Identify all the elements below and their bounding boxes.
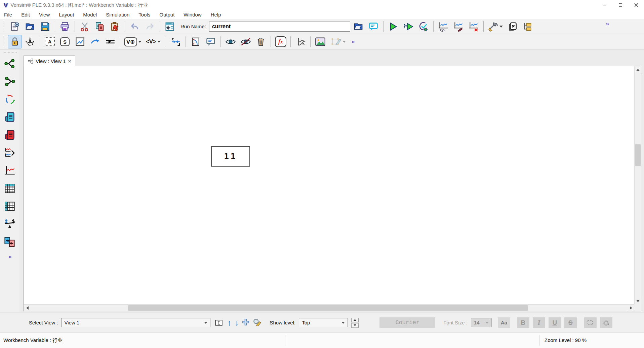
run-comment-button[interactable] bbox=[366, 20, 380, 33]
equation-tool-button[interactable]: fx bbox=[274, 35, 288, 48]
menu-layout[interactable]: Layout bbox=[59, 12, 74, 18]
case-button[interactable]: Aa bbox=[498, 317, 510, 328]
menu-view[interactable]: View bbox=[39, 12, 50, 18]
spinner-up-button[interactable] bbox=[351, 318, 359, 322]
print-button[interactable] bbox=[58, 20, 72, 33]
lock-tool-button[interactable] bbox=[8, 35, 22, 48]
shadow-variable-tool-button[interactable]: V⊕ bbox=[123, 35, 143, 48]
new-model-button[interactable] bbox=[8, 20, 22, 33]
shape-frame-button[interactable] bbox=[584, 317, 597, 328]
toolbar-grip[interactable] bbox=[3, 36, 5, 47]
synthesim-button[interactable] bbox=[401, 20, 415, 33]
rename-view-button[interactable] bbox=[253, 318, 261, 327]
font-name-button[interactable]: Courier bbox=[379, 317, 435, 328]
sketch-graph-tool-button[interactable] bbox=[73, 35, 87, 48]
menu-simulation[interactable]: Simulation bbox=[106, 12, 129, 18]
graph-delete-button[interactable] bbox=[467, 20, 481, 33]
run-simulation-button[interactable] bbox=[386, 20, 400, 33]
tool-options-button[interactable] bbox=[486, 20, 505, 33]
rate-tool-button[interactable] bbox=[103, 35, 117, 48]
cut-button[interactable] bbox=[78, 20, 92, 33]
edit-shape-button[interactable] bbox=[328, 35, 348, 48]
menu-tools[interactable]: Tools bbox=[138, 12, 150, 18]
check-syntax-run-button[interactable] bbox=[416, 20, 431, 33]
tab-close-icon[interactable]: × bbox=[68, 58, 71, 64]
merge-tool-button[interactable] bbox=[169, 35, 183, 48]
open-run-button[interactable] bbox=[351, 20, 365, 33]
copy-button[interactable] bbox=[93, 20, 107, 33]
menu-window[interactable]: Window bbox=[184, 12, 201, 18]
reality-check-button[interactable] bbox=[293, 35, 308, 48]
toolbar-grip[interactable] bbox=[3, 21, 5, 32]
graph-visibility-button[interactable] bbox=[436, 20, 450, 33]
scroll-left-button[interactable] bbox=[24, 305, 31, 311]
scroll-up-button[interactable] bbox=[635, 66, 641, 73]
sensitivity-button[interactable] bbox=[3, 236, 16, 248]
delete-tool-button[interactable] bbox=[254, 35, 268, 48]
add-view-button[interactable] bbox=[242, 318, 249, 327]
loops-button[interactable] bbox=[3, 93, 16, 106]
maximize-button[interactable] bbox=[612, 0, 628, 10]
text-box-button[interactable] bbox=[214, 317, 224, 328]
move-tool-button[interactable] bbox=[23, 35, 37, 48]
folder-tree-button[interactable] bbox=[521, 20, 535, 33]
model-canvas[interactable]: 11 bbox=[24, 66, 634, 304]
sketch-toolbar-overflow-chevron[interactable]: » bbox=[352, 38, 354, 45]
menu-model[interactable]: Model bbox=[83, 12, 97, 18]
save-model-button[interactable] bbox=[38, 20, 52, 33]
insert-image-button[interactable] bbox=[313, 35, 327, 48]
menu-output[interactable]: Output bbox=[159, 12, 174, 18]
strip-graph-button[interactable] bbox=[3, 146, 16, 159]
hide-button[interactable] bbox=[239, 35, 253, 48]
toolbar-grip[interactable] bbox=[3, 52, 17, 54]
input-output-object-button[interactable] bbox=[189, 35, 203, 48]
model-variable-box[interactable]: 11 bbox=[211, 146, 250, 167]
run-name-input[interactable] bbox=[209, 22, 350, 32]
variable-tool-button[interactable]: A bbox=[43, 35, 57, 48]
move-view-down-button[interactable]: ↓ bbox=[235, 319, 239, 327]
analysis-overflow-chevron[interactable]: » bbox=[8, 253, 11, 260]
horizontal-scrollbar[interactable] bbox=[24, 304, 634, 311]
close-window-button[interactable] bbox=[506, 20, 520, 33]
select-view-dropdown[interactable]: View 1 bbox=[61, 318, 210, 327]
vertical-scrollbar-thumb[interactable] bbox=[635, 144, 641, 166]
bold-button[interactable]: B bbox=[517, 317, 529, 328]
arrow-tool-button[interactable] bbox=[88, 35, 102, 48]
runs-compare-button[interactable] bbox=[3, 218, 16, 231]
fill-color-button[interactable] bbox=[600, 317, 612, 328]
table-button[interactable] bbox=[3, 182, 16, 195]
causes-tree-button[interactable] bbox=[3, 57, 16, 70]
underline-button[interactable]: U bbox=[549, 317, 561, 328]
italic-button[interactable]: I bbox=[533, 317, 545, 328]
box-variable-tool-button[interactable]: S bbox=[58, 35, 72, 48]
sketch-comment-button[interactable] bbox=[204, 35, 218, 48]
document-button[interactable] bbox=[3, 111, 16, 124]
vertical-scrollbar[interactable] bbox=[634, 66, 641, 304]
variable-reference-tool-button[interactable]: <V> bbox=[144, 35, 163, 48]
unhide-button[interactable] bbox=[224, 35, 238, 48]
spinner-down-button[interactable] bbox=[351, 323, 359, 328]
scroll-right-button[interactable] bbox=[628, 305, 634, 311]
simulation-setup-button[interactable] bbox=[163, 20, 177, 33]
uses-tree-button[interactable] bbox=[3, 75, 16, 88]
toolbar-overflow-chevron[interactable]: » bbox=[606, 21, 608, 27]
scroll-down-button[interactable] bbox=[635, 298, 641, 304]
close-button[interactable] bbox=[628, 0, 644, 10]
move-view-up-button[interactable]: ↑ bbox=[227, 319, 231, 327]
graph-edit-button[interactable] bbox=[451, 20, 466, 33]
table-time-down-button[interactable] bbox=[3, 200, 16, 213]
undo-button[interactable] bbox=[128, 20, 142, 33]
show-level-dropdown[interactable]: Top bbox=[299, 318, 348, 327]
open-model-button[interactable] bbox=[23, 20, 37, 33]
redo-button[interactable] bbox=[143, 20, 157, 33]
menu-edit[interactable]: Edit bbox=[21, 12, 30, 18]
graph-button[interactable] bbox=[3, 164, 16, 177]
minimize-button[interactable] bbox=[597, 0, 612, 10]
menu-help[interactable]: Help bbox=[211, 12, 221, 18]
causes-documentation-button[interactable] bbox=[3, 129, 16, 141]
menu-file[interactable]: File bbox=[4, 12, 12, 18]
paste-button[interactable] bbox=[108, 20, 122, 33]
font-size-dropdown[interactable]: 14 bbox=[471, 318, 492, 327]
horizontal-scrollbar-thumb[interactable] bbox=[128, 305, 528, 311]
tab-view-1[interactable]: View : View 1 × bbox=[24, 56, 75, 66]
